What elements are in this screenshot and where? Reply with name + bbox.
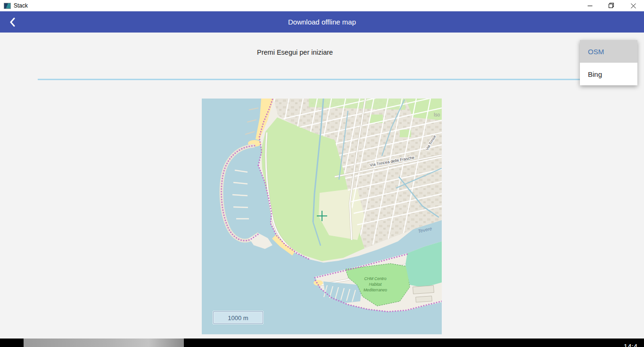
chevron-left-icon bbox=[9, 17, 15, 27]
bottom-bar: 14:4 bbox=[0, 339, 644, 347]
taskbar-clock: 14:4 bbox=[624, 342, 637, 347]
map-source-dropdown: OSM Bing bbox=[580, 40, 637, 85]
map-canvas: Via Trincea delle Frasche Via Trince Iso… bbox=[202, 99, 442, 334]
title-bar: Stack bbox=[0, 0, 644, 11]
page-title: Download offline map bbox=[288, 18, 356, 26]
restore-icon bbox=[609, 3, 614, 8]
district-label: Iso bbox=[434, 112, 440, 117]
minimize-icon bbox=[587, 3, 593, 8]
window-controls bbox=[579, 0, 644, 11]
app-bar: Download offline map bbox=[0, 11, 644, 33]
scale-label: 1000 m bbox=[228, 314, 248, 322]
dropdown-item-bing[interactable]: Bing bbox=[580, 63, 637, 85]
reserve-label: Mediterraneo bbox=[363, 288, 387, 292]
reserve-label: Habitat bbox=[369, 282, 382, 287]
bottom-progress-segment bbox=[24, 339, 184, 347]
instruction-text: Premi Esegui per iniziare bbox=[257, 49, 333, 56]
map-view[interactable]: Via Trincea delle Frasche Via Trince Iso… bbox=[202, 99, 442, 334]
window-title: Stack bbox=[14, 2, 28, 9]
back-button[interactable] bbox=[5, 15, 19, 29]
progress-line bbox=[38, 79, 606, 80]
scale-bar: 1000 m bbox=[214, 312, 263, 324]
reserve-label: CHM Centro bbox=[364, 276, 387, 281]
close-button[interactable] bbox=[622, 0, 644, 11]
close-icon bbox=[631, 3, 636, 8]
maximize-button[interactable] bbox=[601, 0, 622, 11]
dropdown-item-osm[interactable]: OSM bbox=[580, 40, 637, 63]
app-icon bbox=[4, 3, 11, 9]
minimize-button[interactable] bbox=[579, 0, 601, 11]
